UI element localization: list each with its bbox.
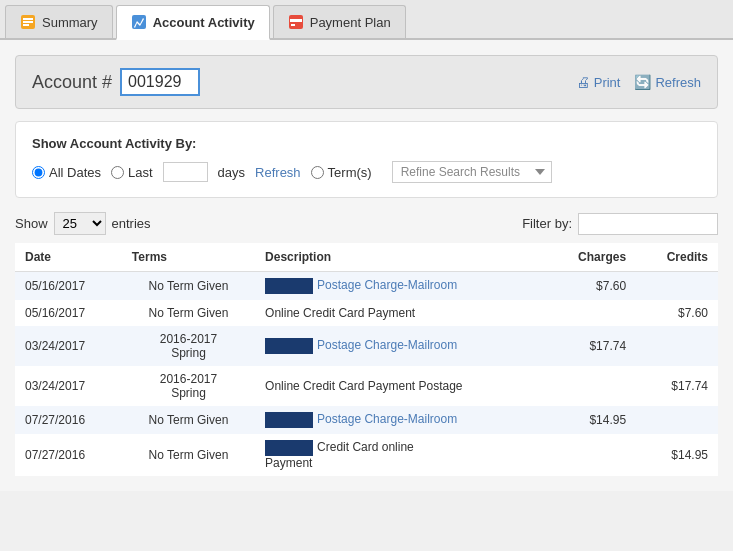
col-date: Date <box>15 243 122 272</box>
refresh-header-button[interactable]: 🔄 Refresh <box>634 74 701 90</box>
cell-terms: No Term Given <box>122 406 255 434</box>
col-charges: Charges <box>545 243 636 272</box>
tab-summary-label: Summary <box>42 15 98 30</box>
all-dates-radio[interactable] <box>32 166 45 179</box>
cell-terms: 2016-2017Spring <box>122 366 255 406</box>
account-label: Account # <box>32 72 112 93</box>
cell-charges: $14.95 <box>545 406 636 434</box>
tab-account-activity-label: Account Activity <box>153 15 255 30</box>
cell-credits <box>636 406 718 434</box>
cell-terms: No Term Given <box>122 300 255 326</box>
filter-input[interactable] <box>578 213 718 235</box>
svg-rect-1 <box>23 18 33 20</box>
table-row: 03/24/20172016-2017SpringPostage Charge-… <box>15 326 718 366</box>
cell-description: Online Credit Card Payment Postage <box>255 366 545 406</box>
cell-date: 05/16/2017 <box>15 300 122 326</box>
blue-block <box>265 412 313 428</box>
blue-block <box>265 338 313 354</box>
cell-credits: $7.60 <box>636 300 718 326</box>
account-header: Account # 🖨 Print 🔄 Refresh <box>15 55 718 109</box>
all-dates-label[interactable]: All Dates <box>32 165 101 180</box>
cell-credits: $14.95 <box>636 434 718 476</box>
refresh-header-label: Refresh <box>655 75 701 90</box>
cell-credits <box>636 272 718 301</box>
cell-charges <box>545 366 636 406</box>
cell-charges: $7.60 <box>545 272 636 301</box>
main-content: Account # 🖨 Print 🔄 Refresh Show Account… <box>0 40 733 491</box>
cell-date: 03/24/2017 <box>15 326 122 366</box>
filter-by-label: Filter by: <box>522 216 572 231</box>
activity-icon <box>131 14 147 30</box>
svg-rect-8 <box>291 24 295 26</box>
table-row: 07/27/2016No Term GivenCredit Card onlin… <box>15 434 718 476</box>
cell-date: 07/27/2016 <box>15 434 122 476</box>
table-row: 05/16/2017No Term GivenPostage Charge-Ma… <box>15 272 718 301</box>
cell-description: Online Credit Card Payment <box>255 300 545 326</box>
svg-rect-3 <box>23 24 29 26</box>
cell-terms: No Term Given <box>122 272 255 301</box>
print-label: Print <box>594 75 621 90</box>
tab-payment-plan[interactable]: Payment Plan <box>273 5 406 38</box>
refresh-header-icon: 🔄 <box>634 74 651 90</box>
filter-row: All Dates Last days Refresh Term(s) Refi… <box>32 161 701 183</box>
filter-by: Filter by: <box>522 213 718 235</box>
tab-summary[interactable]: Summary <box>5 5 113 38</box>
table-body: 05/16/2017No Term GivenPostage Charge-Ma… <box>15 272 718 477</box>
print-icon: 🖨 <box>576 74 590 90</box>
cell-terms: No Term Given <box>122 434 255 476</box>
header-actions: 🖨 Print 🔄 Refresh <box>576 74 701 90</box>
account-number-section: Account # <box>32 68 200 96</box>
svg-rect-2 <box>23 21 33 23</box>
description-text: Postage Charge-Mailroom <box>317 278 457 292</box>
cell-charges <box>545 434 636 476</box>
tab-payment-plan-label: Payment Plan <box>310 15 391 30</box>
table-row: 05/16/2017No Term GivenOnline Credit Car… <box>15 300 718 326</box>
data-table: Date Terms Description Charges Credits 0… <box>15 243 718 476</box>
print-button[interactable]: 🖨 Print <box>576 74 621 90</box>
days-suffix: days <box>218 165 245 180</box>
entries-label: entries <box>112 216 151 231</box>
col-credits: Credits <box>636 243 718 272</box>
svg-rect-7 <box>290 19 302 22</box>
cell-description: Postage Charge-Mailroom <box>255 272 545 301</box>
blue-block <box>265 440 313 456</box>
last-radio[interactable] <box>111 166 124 179</box>
days-input[interactable] <box>163 162 208 182</box>
table-row: 07/27/2016No Term GivenPostage Charge-Ma… <box>15 406 718 434</box>
cell-date: 03/24/2017 <box>15 366 122 406</box>
cell-charges: $17.74 <box>545 326 636 366</box>
show-entries: Show 25 10 50 100 entries <box>15 212 151 235</box>
tab-account-activity[interactable]: Account Activity <box>116 5 270 40</box>
col-description: Description <box>255 243 545 272</box>
refresh-filter-link[interactable]: Refresh <box>255 165 301 180</box>
description-text: Postage Charge-Mailroom <box>317 412 457 426</box>
term-label[interactable]: Term(s) <box>311 165 372 180</box>
term-radio[interactable] <box>311 166 324 179</box>
cell-description: Postage Charge-Mailroom <box>255 326 545 366</box>
entries-select[interactable]: 25 10 50 100 <box>54 212 106 235</box>
cell-date: 07/27/2016 <box>15 406 122 434</box>
show-label: Show <box>15 216 48 231</box>
tab-bar: Summary Account Activity Payment Plan <box>0 0 733 40</box>
account-number-input[interactable] <box>120 68 200 96</box>
cell-credits <box>636 326 718 366</box>
filter-card: Show Account Activity By: All Dates Last… <box>15 121 718 198</box>
last-label[interactable]: Last <box>111 165 153 180</box>
cell-description: Postage Charge-Mailroom <box>255 406 545 434</box>
cell-date: 05/16/2017 <box>15 272 122 301</box>
cell-charges <box>545 300 636 326</box>
summary-icon <box>20 14 36 30</box>
cell-description: Credit Card onlinePayment <box>255 434 545 476</box>
table-controls: Show 25 10 50 100 entries Filter by: <box>15 212 718 235</box>
filter-title: Show Account Activity By: <box>32 136 701 151</box>
table-row: 03/24/20172016-2017SpringOnline Credit C… <box>15 366 718 406</box>
cell-terms: 2016-2017Spring <box>122 326 255 366</box>
table-header-row: Date Terms Description Charges Credits <box>15 243 718 272</box>
blue-block <box>265 278 313 294</box>
description-text: Postage Charge-Mailroom <box>317 338 457 352</box>
col-terms: Terms <box>122 243 255 272</box>
payment-icon <box>288 14 304 30</box>
refine-search-select[interactable]: Refine Search Results <box>392 161 552 183</box>
cell-credits: $17.74 <box>636 366 718 406</box>
